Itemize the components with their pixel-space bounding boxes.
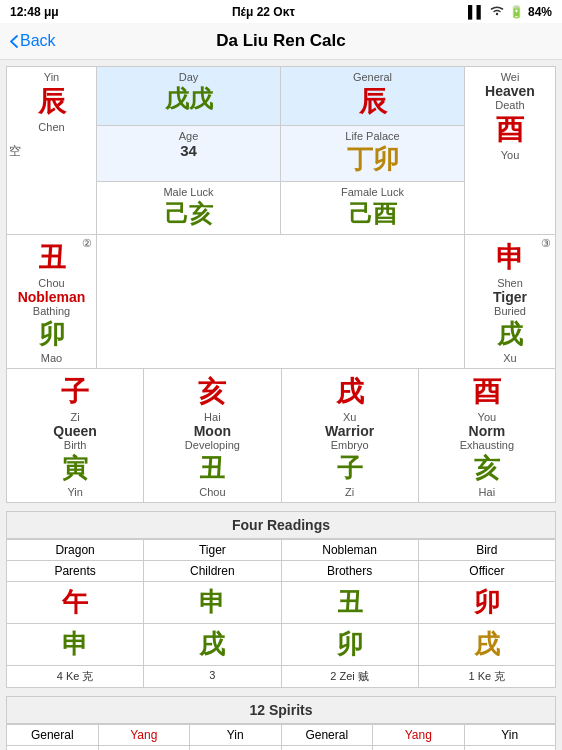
status-day: Πέμ 22 Οκτ [232, 5, 295, 19]
chou-roman: Chou [9, 277, 94, 289]
rc1-wu: 午 [7, 582, 144, 623]
center-empty [97, 235, 465, 368]
cell-shen: ③ 申 Shen Tiger Buried 戌 Xu [465, 235, 555, 368]
xu-roman2: Xu [284, 411, 416, 423]
hai-char2: 亥 [421, 451, 553, 486]
life-palace-char: 丁卯 [285, 142, 460, 177]
sr-wei2: 未 [373, 746, 465, 750]
female-luck-char: 己酉 [285, 198, 460, 230]
cell-chen-roman: Chen [9, 121, 94, 133]
you-label: You [467, 149, 553, 161]
twelve-spirits-title: 12 Spirits [6, 696, 556, 724]
sh-yang1: Yang [99, 725, 191, 745]
four-readings-title: Four Readings [6, 511, 556, 539]
rh2-parents: Parents [7, 561, 144, 581]
general-cell: General 辰 [281, 67, 464, 125]
cell-chou: ② 丑 Chou Nobleman Bathing 卯 Mao [7, 235, 97, 368]
main-grid: Yin 辰 Chen 空 Day 戊戊 General 辰 Age 34 [6, 66, 556, 503]
you-char: 酉 [421, 373, 553, 411]
badge-2: ② [82, 237, 92, 250]
rf-1ke: 1 Ke 克 [419, 666, 555, 687]
svg-point-0 [496, 13, 498, 15]
hai-roman: Hai [146, 411, 278, 423]
general-char: 辰 [285, 83, 460, 121]
queen-name: Queen [9, 423, 141, 439]
twelve-spirits-table: General Yang Yin General Yang Yin Noblem… [6, 724, 556, 750]
death-label: Death [467, 99, 553, 111]
xu-char2: 戌 [284, 373, 416, 411]
sh-yin1: Yin [190, 725, 282, 745]
day-label: Day [101, 71, 276, 83]
cell-moon: 亥 Hai Moon Developing 丑 Chou [144, 369, 281, 502]
life-palace-label: Life Palace [285, 130, 460, 142]
sr-si1: 巳 [465, 746, 556, 750]
back-button[interactable]: Back [10, 32, 56, 50]
cell-heaven: Wei Heaven Death 酉 You [465, 67, 555, 234]
battery-percent: 84% [528, 5, 552, 19]
cell-wei-label: Wei [467, 71, 553, 83]
cell-chen: Yin 辰 Chen 空 [7, 67, 97, 234]
heaven-char: 酉 [467, 111, 553, 149]
xu-char: 戌 [467, 317, 553, 352]
age-cell: Age 34 [97, 126, 281, 181]
rh2-officer: Officer [419, 561, 555, 581]
embryo-label: Embryo [284, 439, 416, 451]
cell-chen-char: 辰 [9, 83, 94, 121]
male-luck-label: Male Luck [101, 186, 276, 198]
chou-char2: 丑 [146, 451, 278, 486]
rh1-tiger: Tiger [144, 540, 281, 560]
rc2-xu: 戌 [144, 624, 281, 665]
exhausting-label: Exhausting [421, 439, 553, 451]
status-bar: 12:48 μμ Πέμ 22 Οκτ ▌▌ 🔋 84% [0, 0, 562, 23]
status-right: ▌▌ 🔋 84% [468, 4, 552, 19]
male-luck-cell: Male Luck 己亥 [97, 182, 281, 234]
readings-header2: Parents Children Brothers Officer [7, 561, 555, 582]
birth-label: Birth [9, 439, 141, 451]
cell-norm: 酉 You Norm Exhausting 亥 Hai [419, 369, 555, 502]
xu-roman: Xu [467, 352, 553, 364]
sr-nobleman: Nobleman [7, 746, 99, 750]
shen-roman: Shen [467, 277, 553, 289]
rh1-nobleman: Nobleman [282, 540, 419, 560]
age-value: 34 [101, 142, 276, 159]
page-title: Da Liu Ren Calc [216, 31, 345, 51]
day-general-row: Day 戊戊 General 辰 [97, 67, 464, 126]
readings-footer: 4 Ke 克 3 2 Zei 贼 1 Ke 克 [7, 666, 555, 687]
moon-name: Moon [146, 423, 278, 439]
grid-row-top: Yin 辰 Chen 空 Day 戊戊 General 辰 Age 34 [7, 67, 555, 235]
bathing-label: Bathing [9, 305, 94, 317]
day-cell: Day 戊戊 [97, 67, 281, 125]
luck-row: Male Luck 己亥 Famale Luck 己酉 [97, 182, 464, 234]
zi-roman-top: Zi [9, 411, 141, 423]
rh2-brothers: Brothers [282, 561, 419, 581]
mao-char: 卯 [9, 317, 94, 352]
badge-3: ③ [541, 237, 551, 250]
sr-heaven: Heaven [282, 746, 374, 750]
rc1-mao: 卯 [419, 582, 555, 623]
nav-bar: Back Da Liu Ren Calc [0, 23, 562, 60]
general-label: General [285, 71, 460, 83]
sh-yin2: Yin [465, 725, 556, 745]
battery-icon: 🔋 [509, 5, 524, 19]
rc2-xu2: 戌 [419, 624, 555, 665]
sh-general2: General [282, 725, 374, 745]
center-panel: Day 戊戊 General 辰 Age 34 Life Palace 丁卯 [97, 67, 465, 234]
day-char: 戊戊 [101, 83, 276, 115]
heaven-name: Heaven [467, 83, 553, 99]
yin-char: 寅 [9, 451, 141, 486]
age-life-row: Age 34 Life Palace 丁卯 [97, 126, 464, 182]
wifi-icon [489, 4, 505, 19]
four-readings-table: Dragon Tiger Nobleman Bird Parents Child… [6, 539, 556, 688]
norm-name: Norm [421, 423, 553, 439]
spirits-row-nobleman: Nobleman 丑 未 Heaven 未 巳 [7, 746, 555, 750]
developing-label: Developing [146, 439, 278, 451]
signal-icon: ▌▌ [468, 5, 485, 19]
zi-char2: 子 [284, 451, 416, 486]
sr-chou: 丑 [99, 746, 191, 750]
readings-chars2: 申 戌 卯 戌 [7, 624, 555, 666]
cell-warrior: 戌 Xu Warrior Embryo 子 Zi [282, 369, 419, 502]
mao-roman: Mao [9, 352, 94, 364]
nobleman-name: Nobleman [9, 289, 94, 305]
sh-general1: General [7, 725, 99, 745]
you-roman: You [421, 411, 553, 423]
